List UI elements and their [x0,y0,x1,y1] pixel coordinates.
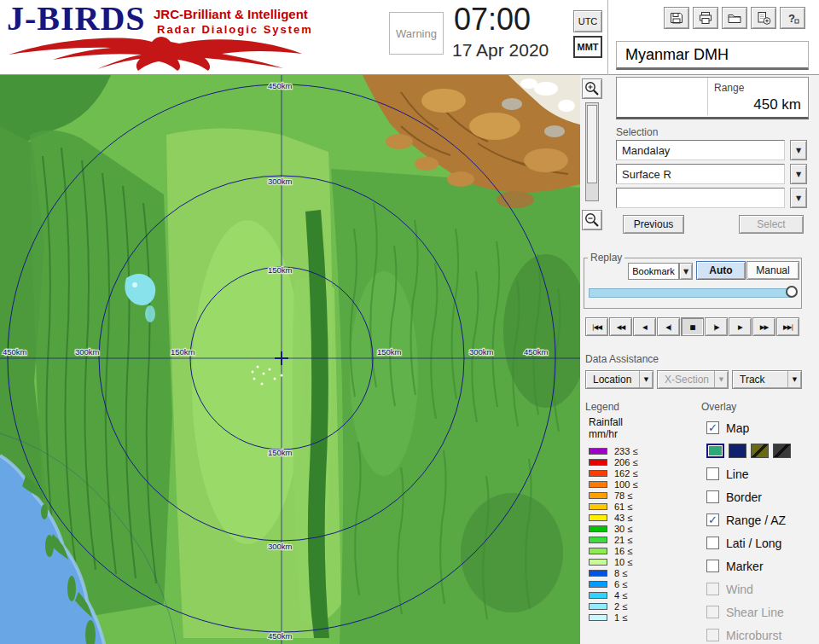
legend-row: 233 ≤ [589,445,698,456]
legend-color-swatch [589,559,607,566]
select-button[interactable]: Select [739,215,804,234]
overlay-item-label: Wind [726,583,753,596]
playback-play-button[interactable]: ▶ [729,317,752,336]
legend-value: 16 ≤ [614,546,632,556]
selection-label: Selection [616,126,658,138]
open-folder-icon[interactable] [722,7,747,29]
playback-step-forward-button[interactable]: |▶ [705,317,728,336]
overlay-item-label: Range / AZ [726,513,786,527]
ring-label: 150km [268,265,293,275]
legend-row: 30 ≤ [589,523,698,534]
overlay-item-label: Shear Line [726,606,784,619]
magnifier-plus-icon [584,81,600,96]
manual-button[interactable]: Manual [746,261,799,280]
dropdown-value[interactable]: Surface R [616,164,785,184]
range-display: Range 450 km [616,77,809,119]
overlay-item-label: Border [726,490,762,504]
dropdown-arrow-button[interactable]: ▼ [790,140,807,160]
overlay-item-microburst: Microburst [706,624,817,644]
legend-color-swatch [589,592,607,599]
bookmark-arrow-button[interactable]: ▼ [679,263,693,280]
warning-button[interactable]: Warning [389,12,444,55]
map-style-swatch-selected[interactable] [706,444,724,458]
organization-box: Myanmar DMH [616,41,809,70]
location-button[interactable]: Location▼ [585,370,653,389]
playback-stop-button[interactable]: ■ [681,317,704,336]
mmt-button[interactable]: MMT [573,36,602,58]
clock-time: 07:00 [454,2,531,38]
map-style-swatch[interactable] [773,444,791,458]
ring-label: 150km [268,448,293,457]
legend-color-swatch [589,470,607,477]
zoom-slider-thumb[interactable] [587,105,597,183]
da-button-label: X-Section [665,374,709,386]
x-section-button[interactable]: X-Section▼ [657,370,729,389]
replay-slider-handle[interactable] [786,286,798,298]
legend-value: 8 ≤ [614,568,627,578]
legend-rows: 233 ≤206 ≤162 ≤100 ≤78 ≤61 ≤43 ≤30 ≤21 ≤… [589,445,698,623]
range-divider [707,78,708,115]
toolbar: ? [664,7,805,29]
legend-row: 6 ≤ [589,578,698,589]
chevron-down-icon: ▼ [787,371,801,388]
map-style-swatch[interactable] [751,444,769,458]
overlay-checkbox [706,583,719,595]
selection-dropdown: ▼ [616,188,809,208]
overlay-checkbox[interactable]: ✓ [706,421,719,434]
overlay-block: ✓MapLineBorder✓Range / AZLati / LongMark… [706,416,817,644]
legend-color-swatch [589,581,607,588]
playback-skip-to-start-button[interactable]: |◀◀ [585,317,608,336]
overlay-checkbox[interactable] [706,490,719,503]
zoom-out-button[interactable] [582,210,602,230]
legend-title: Rainfall [589,416,698,428]
legend-row: 1 ≤ [589,612,698,623]
overlay-checkbox[interactable] [706,560,719,572]
zoom-in-button[interactable] [582,78,602,99]
playback-fast-rewind-button[interactable]: ◀◀ [609,317,632,336]
ring-label: 300km [75,347,100,357]
save-icon[interactable] [664,7,689,29]
dropdown-arrow-button[interactable]: ▼ [790,188,807,208]
overlay-item-line: Line [706,462,817,485]
legend-value: 30 ≤ [614,524,632,534]
legend-row: 78 ≤ [589,490,698,501]
bookmark-control: Bookmark ▼ [628,263,693,280]
zoom-slider[interactable] [585,102,599,201]
legend-color-swatch [589,481,607,488]
print-icon[interactable] [693,7,718,29]
radar-map[interactable]: 450km300km150km150km300km450km450km300km… [0,75,580,644]
export-icon[interactable] [751,7,776,29]
overlay-item-shear-line: Shear Line [706,600,817,624]
overlay-item-label: Marker [726,560,764,573]
legend-color-swatch [589,448,607,455]
legend-color-swatch [589,603,607,610]
utc-button[interactable]: UTC [573,10,602,32]
legend-value: 61 ≤ [614,502,632,512]
replay-slider[interactable] [589,288,792,298]
playback-play-reverse-button[interactable]: ◀ [633,317,656,336]
map-style-swatches [706,439,817,462]
help-icon[interactable]: ? [780,7,805,29]
overlay-checkbox[interactable] [706,467,719,480]
legend-row: 16 ≤ [589,545,698,556]
overlay-checkbox[interactable]: ✓ [706,513,719,526]
dropdown-arrow-button[interactable]: ▼ [790,164,807,184]
playback-step-back-button[interactable]: ◀| [657,317,680,336]
map-style-swatch[interactable] [729,444,746,458]
bookmark-button[interactable]: Bookmark [628,263,679,280]
chevron-down-icon: ▼ [639,371,653,388]
dropdown-value[interactable] [616,188,785,208]
track-button[interactable]: Track▼ [732,370,802,389]
eagle-logo-icon [3,32,307,72]
legend-value: 100 ≤ [614,479,637,490]
overlay-item-lati-long: Lati / Long [706,531,817,554]
overlay-item-label: Map [726,421,749,435]
dropdown-value[interactable]: Mandalay [616,140,785,160]
overlay-checkbox[interactable] [706,537,719,549]
legend-value: 10 ≤ [614,557,632,567]
clock-date: 17 Apr 2020 [452,40,549,61]
auto-button[interactable]: Auto [696,261,746,280]
playback-fast-forward-button[interactable]: ▶▶ [752,317,775,336]
previous-button[interactable]: Previous [623,215,684,234]
playback-skip-to-end-button[interactable]: ▶▶| [776,317,799,336]
